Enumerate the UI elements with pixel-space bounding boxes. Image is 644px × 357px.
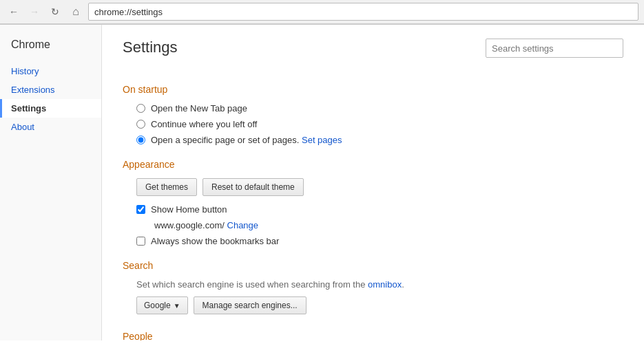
show-home-checkbox[interactable] (136, 205, 145, 214)
app-layout: Chrome History Extensions Settings About… (0, 25, 644, 340)
sidebar-item-extensions[interactable]: Extensions (0, 80, 101, 99)
main-content: Settings On startup Open the New Tab pag… (102, 25, 644, 340)
manage-search-engines-button[interactable]: Manage search engines... (194, 296, 307, 314)
radio-continue-input[interactable] (136, 120, 145, 129)
search-settings-input[interactable] (486, 39, 623, 58)
home-change-link[interactable]: Change (227, 220, 259, 230)
set-pages-link[interactable]: Set pages (302, 135, 342, 145)
back-button[interactable]: ← (6, 3, 22, 20)
radio-continue: Continue where you left off (123, 119, 623, 129)
sidebar-item-about[interactable]: About (0, 118, 101, 136)
bookmarks-bar-checkbox[interactable] (136, 237, 145, 246)
people-section-title: People (123, 331, 623, 340)
radio-new-tab-input[interactable] (136, 104, 145, 113)
radio-specific-label: Open a specific page or set of pages. Se… (151, 135, 342, 145)
sidebar-item-settings[interactable]: Settings (0, 99, 101, 118)
appearance-section-title: Appearance (123, 159, 623, 170)
home-button[interactable]: ⌂ (67, 3, 84, 20)
browser-chrome: ← → ↻ ⌂ (0, 0, 644, 25)
bookmarks-bar-label: Always show the bookmarks bar (151, 236, 279, 246)
search-engine-row: Google ▼ Manage search engines... (123, 296, 623, 314)
dropdown-arrow-icon: ▼ (174, 302, 180, 310)
page-title: Settings (123, 39, 178, 56)
radio-specific: Open a specific page or set of pages. Se… (123, 135, 623, 145)
radio-specific-input[interactable] (136, 136, 145, 144)
bookmarks-bar-checkbox-row: Always show the bookmarks bar (123, 236, 623, 246)
appearance-button-row: Get themes Reset to default theme (123, 178, 623, 196)
radio-new-tab: Open the New Tab page (123, 103, 623, 113)
search-section-title: Search (123, 260, 623, 271)
startup-section-title: On startup (123, 84, 623, 95)
home-url: www.google.com/ (154, 220, 225, 230)
search-engine-label: Google (144, 301, 171, 310)
sidebar-title: Chrome (0, 33, 101, 62)
get-themes-button[interactable]: Get themes (136, 178, 197, 196)
startup-radio-group: Open the New Tab page Continue where you… (123, 103, 623, 145)
search-engine-dropdown[interactable]: Google ▼ (136, 296, 188, 314)
forward-button[interactable]: → (26, 3, 43, 20)
sidebar: Chrome History Extensions Settings About (0, 25, 102, 340)
show-home-checkbox-row: Show Home button (123, 204, 623, 215)
radio-continue-label: Continue where you left off (151, 119, 257, 129)
nav-bar: ← → ↻ ⌂ (0, 0, 644, 24)
home-url-row: www.google.com/ Change (123, 220, 623, 230)
reload-button[interactable]: ↻ (47, 3, 63, 20)
search-description: Set which search engine is used when sea… (123, 279, 623, 290)
radio-new-tab-label: Open the New Tab page (151, 103, 247, 113)
show-home-label: Show Home button (151, 204, 227, 215)
reset-theme-button[interactable]: Reset to default theme (202, 178, 304, 196)
address-bar[interactable] (88, 3, 638, 21)
omnibox-link[interactable]: omnibox (368, 279, 402, 290)
sidebar-item-history[interactable]: History (0, 62, 101, 80)
